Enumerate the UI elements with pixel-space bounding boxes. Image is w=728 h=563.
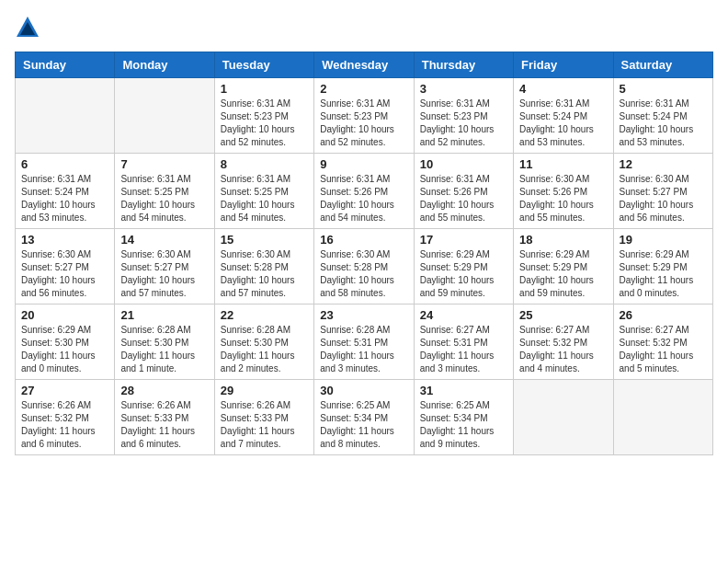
day-info: Sunrise: 6:31 AMSunset: 5:24 PMDaylight:… <box>620 98 707 149</box>
day-number: 11 <box>519 157 607 171</box>
day-info: Sunrise: 6:26 AMSunset: 5:33 PMDaylight:… <box>221 399 308 451</box>
calendar-week-row: 13Sunrise: 6:30 AMSunset: 5:27 PMDayligh… <box>16 229 713 304</box>
weekday-header: Monday <box>115 52 214 78</box>
calendar-cell: 20Sunrise: 6:29 AMSunset: 5:30 PMDayligh… <box>16 304 115 380</box>
page-header <box>15 15 713 40</box>
calendar-cell: 31Sunrise: 6:25 AMSunset: 5:34 PMDayligh… <box>414 380 513 455</box>
day-info: Sunrise: 6:30 AMSunset: 5:27 PMDaylight:… <box>21 248 108 300</box>
calendar-cell: 29Sunrise: 6:26 AMSunset: 5:33 PMDayligh… <box>214 380 313 455</box>
calendar-cell: 22Sunrise: 6:28 AMSunset: 5:30 PMDayligh… <box>214 304 313 380</box>
day-number: 15 <box>221 233 308 247</box>
day-number: 23 <box>320 308 407 322</box>
day-info: Sunrise: 6:26 AMSunset: 5:32 PMDaylight:… <box>21 399 108 451</box>
day-number: 21 <box>120 308 208 322</box>
day-number: 9 <box>320 157 407 171</box>
calendar-cell: 30Sunrise: 6:25 AMSunset: 5:34 PMDayligh… <box>314 380 414 455</box>
weekday-header: Thursday <box>414 52 513 78</box>
day-info: Sunrise: 6:28 AMSunset: 5:30 PMDaylight:… <box>120 324 208 375</box>
calendar-cell: 5Sunrise: 6:31 AMSunset: 5:24 PMDaylight… <box>613 78 712 154</box>
calendar-cell: 9Sunrise: 6:31 AMSunset: 5:26 PMDaylight… <box>314 154 414 229</box>
day-info: Sunrise: 6:28 AMSunset: 5:30 PMDaylight:… <box>221 324 308 375</box>
calendar-cell <box>115 78 214 154</box>
calendar-cell: 18Sunrise: 6:29 AMSunset: 5:29 PMDayligh… <box>514 229 613 304</box>
day-info: Sunrise: 6:27 AMSunset: 5:31 PMDaylight:… <box>420 324 507 375</box>
day-number: 31 <box>420 384 507 397</box>
calendar-cell: 1Sunrise: 6:31 AMSunset: 5:23 PMDaylight… <box>214 78 313 154</box>
calendar-cell: 26Sunrise: 6:27 AMSunset: 5:32 PMDayligh… <box>613 304 712 380</box>
calendar-cell: 23Sunrise: 6:28 AMSunset: 5:31 PMDayligh… <box>314 304 414 380</box>
day-number: 4 <box>519 82 607 96</box>
calendar-week-row: 20Sunrise: 6:29 AMSunset: 5:30 PMDayligh… <box>16 304 713 380</box>
calendar-cell: 25Sunrise: 6:27 AMSunset: 5:32 PMDayligh… <box>514 304 613 380</box>
day-info: Sunrise: 6:30 AMSunset: 5:27 PMDaylight:… <box>120 248 208 300</box>
day-info: Sunrise: 6:28 AMSunset: 5:31 PMDaylight:… <box>320 324 407 375</box>
day-info: Sunrise: 6:25 AMSunset: 5:34 PMDaylight:… <box>420 399 507 451</box>
day-number: 6 <box>21 157 108 171</box>
day-number: 1 <box>221 82 308 96</box>
day-info: Sunrise: 6:31 AMSunset: 5:25 PMDaylight:… <box>221 173 308 224</box>
calendar-cell: 3Sunrise: 6:31 AMSunset: 5:23 PMDaylight… <box>414 78 513 154</box>
day-info: Sunrise: 6:30 AMSunset: 5:26 PMDaylight:… <box>519 173 607 224</box>
calendar-cell <box>514 380 613 455</box>
calendar-cell: 11Sunrise: 6:30 AMSunset: 5:26 PMDayligh… <box>514 154 613 229</box>
day-number: 16 <box>320 233 407 247</box>
calendar-cell: 8Sunrise: 6:31 AMSunset: 5:25 PMDaylight… <box>214 154 313 229</box>
day-info: Sunrise: 6:27 AMSunset: 5:32 PMDaylight:… <box>519 324 607 375</box>
day-number: 14 <box>120 233 208 247</box>
day-number: 5 <box>620 82 707 96</box>
weekday-header: Saturday <box>613 52 712 78</box>
day-number: 3 <box>420 82 507 96</box>
logo <box>15 15 44 40</box>
day-number: 12 <box>620 157 707 171</box>
day-number: 30 <box>320 384 407 397</box>
calendar-cell: 21Sunrise: 6:28 AMSunset: 5:30 PMDayligh… <box>115 304 214 380</box>
day-number: 27 <box>21 384 108 397</box>
day-number: 25 <box>519 308 607 322</box>
calendar-week-row: 27Sunrise: 6:26 AMSunset: 5:32 PMDayligh… <box>16 380 713 455</box>
day-info: Sunrise: 6:30 AMSunset: 5:27 PMDaylight:… <box>620 173 707 224</box>
day-info: Sunrise: 6:29 AMSunset: 5:29 PMDaylight:… <box>420 248 507 300</box>
calendar-cell: 27Sunrise: 6:26 AMSunset: 5:32 PMDayligh… <box>16 380 115 455</box>
day-number: 10 <box>420 157 507 171</box>
calendar-week-row: 6Sunrise: 6:31 AMSunset: 5:24 PMDaylight… <box>16 154 713 229</box>
day-number: 8 <box>221 157 308 171</box>
day-info: Sunrise: 6:31 AMSunset: 5:24 PMDaylight:… <box>519 98 607 149</box>
day-info: Sunrise: 6:30 AMSunset: 5:28 PMDaylight:… <box>221 248 308 300</box>
calendar-week-row: 1Sunrise: 6:31 AMSunset: 5:23 PMDaylight… <box>16 78 713 154</box>
day-number: 24 <box>420 308 507 322</box>
day-info: Sunrise: 6:31 AMSunset: 5:26 PMDaylight:… <box>320 173 407 224</box>
calendar-cell <box>16 78 115 154</box>
weekday-header: Sunday <box>16 52 115 78</box>
day-info: Sunrise: 6:31 AMSunset: 5:23 PMDaylight:… <box>420 98 507 149</box>
day-info: Sunrise: 6:31 AMSunset: 5:24 PMDaylight:… <box>21 173 108 224</box>
calendar-cell: 10Sunrise: 6:31 AMSunset: 5:26 PMDayligh… <box>414 154 513 229</box>
calendar-cell: 19Sunrise: 6:29 AMSunset: 5:29 PMDayligh… <box>613 229 712 304</box>
calendar-cell: 14Sunrise: 6:30 AMSunset: 5:27 PMDayligh… <box>115 229 214 304</box>
day-number: 2 <box>320 82 407 96</box>
day-number: 18 <box>519 233 607 247</box>
day-info: Sunrise: 6:31 AMSunset: 5:23 PMDaylight:… <box>221 98 308 149</box>
weekday-header: Tuesday <box>214 52 313 78</box>
day-number: 7 <box>120 157 208 171</box>
calendar-cell: 16Sunrise: 6:30 AMSunset: 5:28 PMDayligh… <box>314 229 414 304</box>
calendar-cell: 4Sunrise: 6:31 AMSunset: 5:24 PMDaylight… <box>514 78 613 154</box>
weekday-header: Friday <box>514 52 613 78</box>
calendar-cell: 15Sunrise: 6:30 AMSunset: 5:28 PMDayligh… <box>214 229 313 304</box>
day-info: Sunrise: 6:25 AMSunset: 5:34 PMDaylight:… <box>320 399 407 451</box>
day-info: Sunrise: 6:29 AMSunset: 5:29 PMDaylight:… <box>519 248 607 300</box>
day-number: 28 <box>120 384 208 397</box>
calendar-cell: 2Sunrise: 6:31 AMSunset: 5:23 PMDaylight… <box>314 78 414 154</box>
calendar-cell: 7Sunrise: 6:31 AMSunset: 5:25 PMDaylight… <box>115 154 214 229</box>
calendar-cell: 17Sunrise: 6:29 AMSunset: 5:29 PMDayligh… <box>414 229 513 304</box>
day-number: 20 <box>21 308 108 322</box>
calendar-cell: 6Sunrise: 6:31 AMSunset: 5:24 PMDaylight… <box>16 154 115 229</box>
weekday-header: Wednesday <box>314 52 414 78</box>
day-number: 19 <box>620 233 707 247</box>
day-number: 29 <box>221 384 308 397</box>
day-info: Sunrise: 6:30 AMSunset: 5:28 PMDaylight:… <box>320 248 407 300</box>
calendar-cell: 13Sunrise: 6:30 AMSunset: 5:27 PMDayligh… <box>16 229 115 304</box>
calendar-cell: 12Sunrise: 6:30 AMSunset: 5:27 PMDayligh… <box>613 154 712 229</box>
calendar-cell: 28Sunrise: 6:26 AMSunset: 5:33 PMDayligh… <box>115 380 214 455</box>
day-number: 17 <box>420 233 507 247</box>
day-info: Sunrise: 6:31 AMSunset: 5:25 PMDaylight:… <box>120 173 208 224</box>
